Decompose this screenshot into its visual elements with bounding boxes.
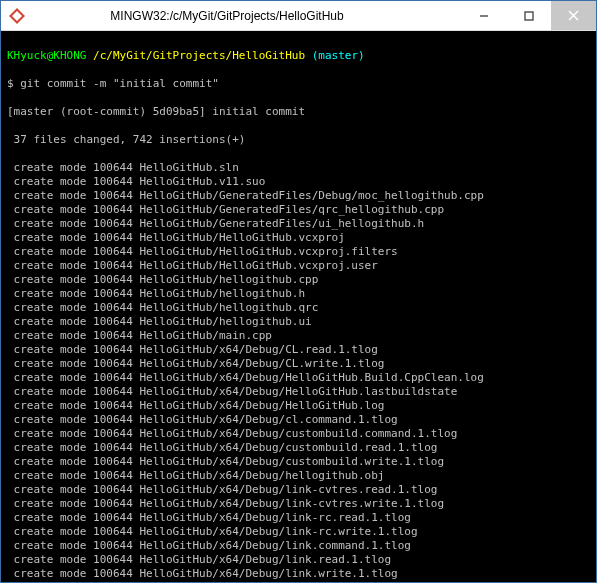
file-entry: create mode 100644 HelloGitHub/x64/Debug…: [7, 413, 590, 427]
file-entry: create mode 100644 HelloGitHub/x64/Debug…: [7, 511, 590, 525]
prompt-path: /c/MyGit/GitProjects/HelloGitHub: [93, 49, 305, 62]
file-entry: create mode 100644 HelloGitHub/hellogith…: [7, 315, 590, 329]
file-entry: create mode 100644 HelloGitHub/x64/Debug…: [7, 371, 590, 385]
file-entry: create mode 100644 HelloGitHub/HelloGitH…: [7, 231, 590, 245]
file-entry: create mode 100644 HelloGitHub/x64/Debug…: [7, 539, 590, 553]
app-icon: [9, 8, 25, 24]
file-entry: create mode 100644 HelloGitHub/hellogith…: [7, 273, 590, 287]
window-controls: [461, 1, 596, 30]
file-entry: create mode 100644 HelloGitHub/Generated…: [7, 189, 590, 203]
file-entry: create mode 100644 HelloGitHub/x64/Debug…: [7, 427, 590, 441]
prompt-line-1: KHyuck@KHONG /c/MyGit/GitProjects/HelloG…: [7, 49, 590, 63]
file-entry: create mode 100644 HelloGitHub/x64/Debug…: [7, 441, 590, 455]
close-button[interactable]: [551, 1, 596, 30]
file-entry: create mode 100644 HelloGitHub/x64/Debug…: [7, 399, 590, 413]
file-entry: create mode 100644 HelloGitHub/Generated…: [7, 203, 590, 217]
file-entry: create mode 100644 HelloGitHub/x64/Debug…: [7, 525, 590, 539]
file-entry: create mode 100644 HelloGitHub/x64/Debug…: [7, 553, 590, 567]
file-entry: create mode 100644 HelloGitHub/hellogith…: [7, 287, 590, 301]
file-entry: create mode 100644 HelloGitHub/hellogith…: [7, 301, 590, 315]
window-titlebar: MINGW32:/c/MyGit/GitProjects/HelloGitHub: [1, 1, 596, 31]
file-entry: create mode 100644 HelloGitHub/x64/Debug…: [7, 357, 590, 371]
command-line: $ git commit -m "initial commit": [7, 77, 590, 91]
prompt-branch: (master): [312, 49, 365, 62]
svg-rect-3: [525, 12, 533, 20]
file-entry: create mode 100644 HelloGitHub.v11.suo: [7, 175, 590, 189]
file-entry: create mode 100644 HelloGitHub/x64/Debug…: [7, 483, 590, 497]
file-entry: create mode 100644 HelloGitHub/x64/Debug…: [7, 567, 590, 581]
minimize-button[interactable]: [461, 1, 506, 30]
file-entry: create mode 100644 HelloGitHub/HelloGitH…: [7, 259, 590, 273]
file-entry: create mode 100644 HelloGitHub/x64/Debug…: [7, 469, 590, 483]
terminal-area[interactable]: KHyuck@KHONG /c/MyGit/GitProjects/HelloG…: [1, 31, 596, 582]
maximize-button[interactable]: [506, 1, 551, 30]
file-list: create mode 100644 HelloGitHub.sln creat…: [7, 161, 590, 582]
file-entry: create mode 100644 HelloGitHub/x64/Debug…: [7, 343, 590, 357]
file-entry: create mode 100644 HelloGitHub/HelloGitH…: [7, 245, 590, 259]
commit-summary: 37 files changed, 742 insertions(+): [7, 133, 590, 147]
file-entry: create mode 100644 HelloGitHub/x64/Debug…: [7, 385, 590, 399]
file-entry: create mode 100644 HelloGitHub/Generated…: [7, 217, 590, 231]
file-entry: create mode 100644 HelloGitHub/x64/Debug…: [7, 581, 590, 582]
prompt-user: KHyuck@KHONG: [7, 49, 86, 62]
file-entry: create mode 100644 HelloGitHub/main.cpp: [7, 329, 590, 343]
file-entry: create mode 100644 HelloGitHub/x64/Debug…: [7, 455, 590, 469]
commit-header: [master (root-commit) 5d09ba5] initial c…: [7, 105, 590, 119]
window-title: MINGW32:/c/MyGit/GitProjects/HelloGitHub: [33, 9, 461, 23]
file-entry: create mode 100644 HelloGitHub.sln: [7, 161, 590, 175]
file-entry: create mode 100644 HelloGitHub/x64/Debug…: [7, 497, 590, 511]
